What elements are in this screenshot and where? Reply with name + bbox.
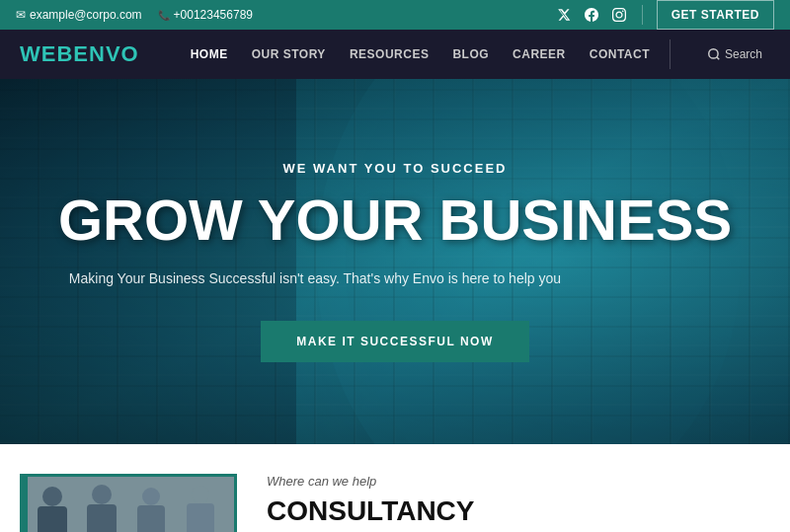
content-image [20, 474, 237, 532]
svg-point-42 [142, 488, 160, 505]
logo-accent: ENVO [73, 41, 138, 66]
content-heading-line2: EXCELLENCE [267, 526, 452, 532]
hero-content: WE WANT YOU TO SUCCEED GROW YOUR BUSINES… [58, 161, 732, 362]
nav-career[interactable]: CAREER [501, 30, 578, 79]
topbar-left: example@corpo.com +00123456789 [16, 8, 253, 22]
svg-rect-55 [23, 477, 28, 532]
nav-resources[interactable]: RESOURCES [338, 30, 441, 79]
svg-rect-41 [87, 504, 117, 532]
get-started-button[interactable]: GET STARTED [657, 0, 774, 30]
content-heading: CONSULTANCY EXCELLENCE [267, 496, 770, 532]
search-button[interactable]: Search [699, 47, 770, 61]
phone-icon [158, 10, 170, 21]
twitter-icon[interactable] [555, 6, 573, 24]
search-label: Search [725, 47, 762, 61]
logo: WEBENVO [20, 41, 139, 67]
content-section: Where can we help CONSULTANCY EXCELLENCE… [0, 444, 790, 532]
phone-text: +00123456789 [174, 8, 253, 22]
hero-title: GROW YOUR BUSINESS [58, 191, 732, 249]
instagram-icon[interactable] [610, 6, 628, 24]
content-label: Where can we help [267, 474, 770, 489]
nav-contact[interactable]: CONTACT [578, 30, 662, 79]
meeting-photo [23, 477, 237, 532]
svg-point-40 [92, 485, 112, 504]
navbar: WEBENVO HOME OUR STORY RESOURCES BLOG CA… [0, 30, 790, 79]
svg-rect-39 [38, 506, 67, 532]
topbar: example@corpo.com +00123456789 GET START… [0, 0, 790, 30]
nav-home[interactable]: HOME [179, 30, 240, 79]
svg-point-38 [42, 487, 62, 506]
svg-rect-45 [187, 503, 214, 532]
hero-cta-button[interactable]: MAKE IT SUCCESSFUL NOW [261, 321, 528, 362]
facebook-icon[interactable] [583, 6, 600, 24]
nav-blog[interactable]: BLOG [440, 30, 501, 79]
hero-section: WE WANT YOU TO SUCCEED GROW YOUR BUSINES… [0, 79, 790, 444]
logo-main: WEB [20, 41, 73, 66]
phone-contact: +00123456789 [158, 8, 253, 22]
content-text: Where can we help CONSULTANCY EXCELLENCE… [267, 474, 770, 532]
search-icon [707, 47, 721, 61]
svg-rect-43 [137, 505, 165, 532]
svg-point-0 [709, 49, 718, 58]
nav-divider [670, 39, 671, 69]
hero-subtitle: WE WANT YOU TO SUCCEED [58, 161, 732, 176]
email-icon [16, 8, 26, 22]
nav-our-story[interactable]: OUR STORY [240, 30, 338, 79]
email-contact: example@corpo.com [16, 8, 142, 22]
nav-links: HOME OUR STORY RESOURCES BLOG CAREER CON… [179, 30, 770, 79]
svg-point-44 [192, 486, 209, 503]
hero-description: Making Your Business Successful isn't ea… [58, 268, 572, 289]
topbar-right: GET STARTED [555, 0, 774, 30]
email-text: example@corpo.com [30, 8, 142, 22]
topbar-divider [642, 5, 643, 25]
content-heading-line1: CONSULTANCY [267, 495, 475, 526]
